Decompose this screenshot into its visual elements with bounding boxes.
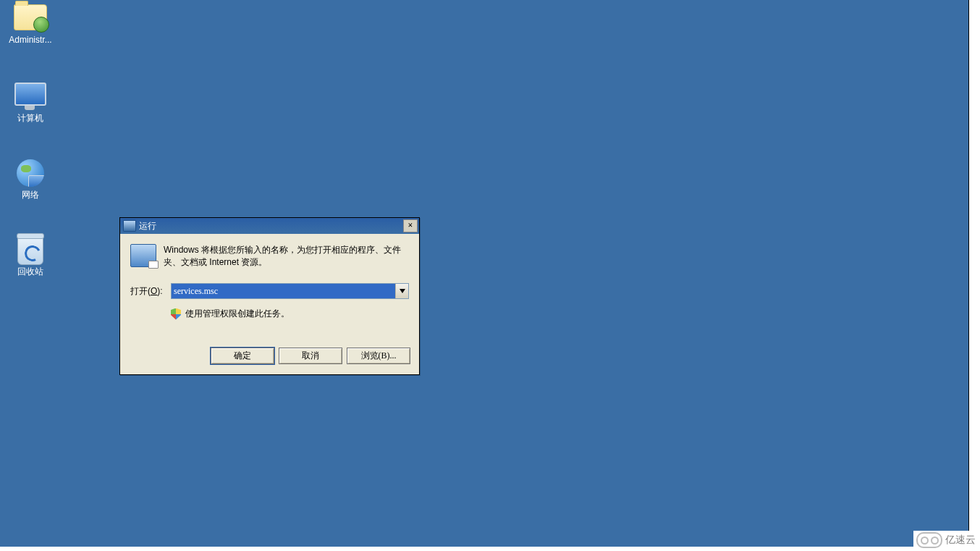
desktop-icon-computer[interactable]: 计算机 bbox=[3, 83, 58, 123]
ok-button[interactable]: 确定 bbox=[211, 348, 274, 364]
network-icon bbox=[13, 159, 48, 188]
desktop-icon-label: 回收站 bbox=[3, 266, 58, 277]
watermark-logo-icon bbox=[916, 532, 942, 548]
admin-text: 使用管理权限创建此任务。 bbox=[185, 308, 290, 320]
desktop-icon-recycle-bin[interactable]: 回收站 bbox=[3, 236, 58, 277]
admin-privilege-note: 使用管理权限创建此任务。 bbox=[171, 308, 409, 320]
dropdown-button[interactable] bbox=[395, 284, 408, 298]
browse-button[interactable]: 浏览(B)... bbox=[347, 348, 410, 364]
desktop-icon-network[interactable]: 网络 bbox=[3, 159, 58, 200]
dialog-title: 运行 bbox=[139, 220, 403, 232]
run-icon bbox=[130, 244, 156, 267]
watermark-text: 亿速云 bbox=[945, 534, 976, 547]
desktop-icon-label: 计算机 bbox=[3, 113, 58, 123]
folder-user-icon bbox=[13, 4, 48, 33]
close-button[interactable]: × bbox=[403, 219, 418, 232]
chevron-down-icon bbox=[400, 289, 405, 293]
cancel-button[interactable]: 取消 bbox=[279, 348, 342, 364]
titlebar[interactable]: 运行 × bbox=[120, 218, 419, 234]
desktop-icon-administrator[interactable]: Administr... bbox=[3, 4, 58, 45]
dialog-description: Windows 将根据您所输入的名称，为您打开相应的程序、文件夹、文档或 Int… bbox=[164, 244, 409, 269]
recycle-bin-icon bbox=[13, 236, 48, 265]
run-title-icon bbox=[123, 220, 136, 232]
watermark: 亿速云 bbox=[913, 531, 979, 550]
shield-icon bbox=[171, 308, 181, 320]
open-input[interactable] bbox=[172, 284, 395, 298]
open-label: 打开(O): bbox=[130, 285, 171, 298]
desktop[interactable]: Administr... 计算机 网络 回收站 运行 × Windows 将根据… bbox=[0, 0, 969, 547]
desktop-icon-label: Administr... bbox=[3, 35, 58, 45]
open-combobox[interactable] bbox=[171, 283, 409, 299]
desktop-icon-label: 网络 bbox=[3, 190, 58, 200]
computer-icon bbox=[13, 83, 48, 112]
run-dialog: 运行 × Windows 将根据您所输入的名称，为您打开相应的程序、文件夹、文档… bbox=[119, 217, 420, 375]
